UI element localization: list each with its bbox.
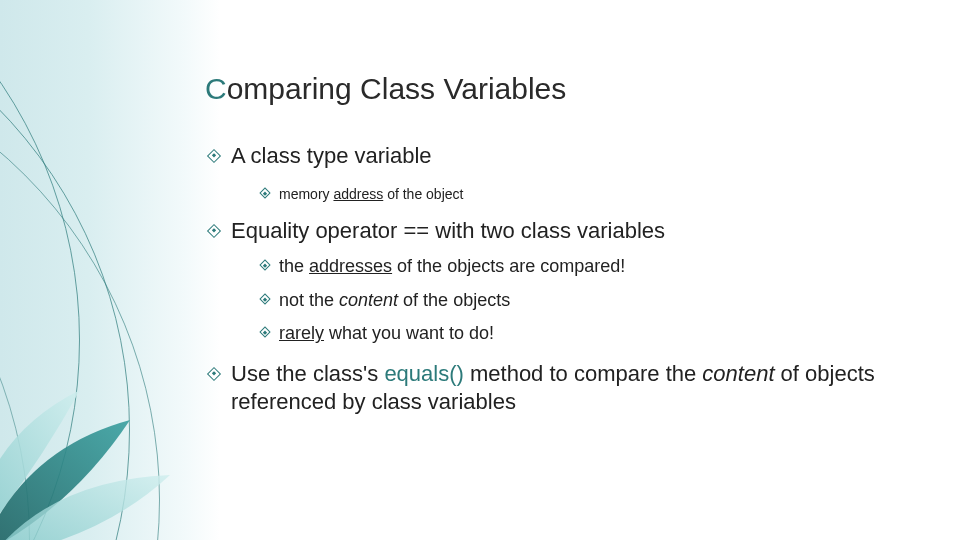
title-text: omparing bbox=[227, 72, 360, 105]
diamond-bullet-icon bbox=[207, 149, 221, 163]
diamond-bullet-icon bbox=[207, 224, 221, 238]
bullet-lvl2: memory address of the object bbox=[257, 185, 930, 203]
diamond-bullet-icon bbox=[207, 366, 221, 380]
bullet-lvl1: Equality operator == with two class vari… bbox=[205, 217, 930, 346]
bullet-text: of the objects are compared! bbox=[392, 256, 625, 276]
diamond-bullet-icon bbox=[259, 187, 270, 198]
bullet-text: not the bbox=[279, 290, 339, 310]
leaf-graphic bbox=[0, 380, 180, 540]
diamond-bullet-icon bbox=[259, 326, 270, 337]
bullet-lvl2: the addresses of the objects are compare… bbox=[257, 255, 930, 278]
bullet-text-italic: content bbox=[702, 361, 774, 386]
bullet-text: of the objects bbox=[398, 290, 510, 310]
diamond-bullet-icon bbox=[259, 260, 270, 271]
bullet-lvl1: A class type variable memory address of … bbox=[205, 142, 930, 203]
bullet-text-italic: content bbox=[339, 290, 398, 310]
bullet-text: the bbox=[279, 256, 309, 276]
title-text: Class bbox=[360, 72, 443, 105]
bullet-text: what you want to do! bbox=[324, 323, 494, 343]
diamond-bullet-icon bbox=[259, 293, 270, 304]
bullet-list: A class type variable memory address of … bbox=[205, 142, 930, 417]
title-accent-letter: C bbox=[205, 72, 227, 105]
title-text: Variables bbox=[443, 72, 566, 105]
bullet-text: method to compare the bbox=[464, 361, 702, 386]
bullet-lvl2: not the content of the objects bbox=[257, 289, 930, 312]
bullet-text: Equality operator == with two class vari… bbox=[231, 218, 665, 243]
bullet-text-accent: equals() bbox=[384, 361, 463, 386]
slide-title: Comparing Class Variables bbox=[205, 72, 930, 106]
bullet-text-underline: addresses bbox=[309, 256, 392, 276]
bullet-text: Use the class's bbox=[231, 361, 384, 386]
bullet-lvl2: rarely what you want to do! bbox=[257, 322, 930, 345]
bullet-text-underline: rarely bbox=[279, 323, 324, 343]
bullet-lvl1: Use the class's equals() method to compa… bbox=[205, 360, 930, 417]
slide-content: Comparing Class Variables A class type v… bbox=[205, 72, 930, 417]
bullet-text: of the object bbox=[383, 186, 463, 202]
bullet-text: A class type variable bbox=[231, 143, 432, 168]
bullet-text: memory bbox=[279, 186, 333, 202]
bullet-text-underline: address bbox=[333, 186, 383, 202]
